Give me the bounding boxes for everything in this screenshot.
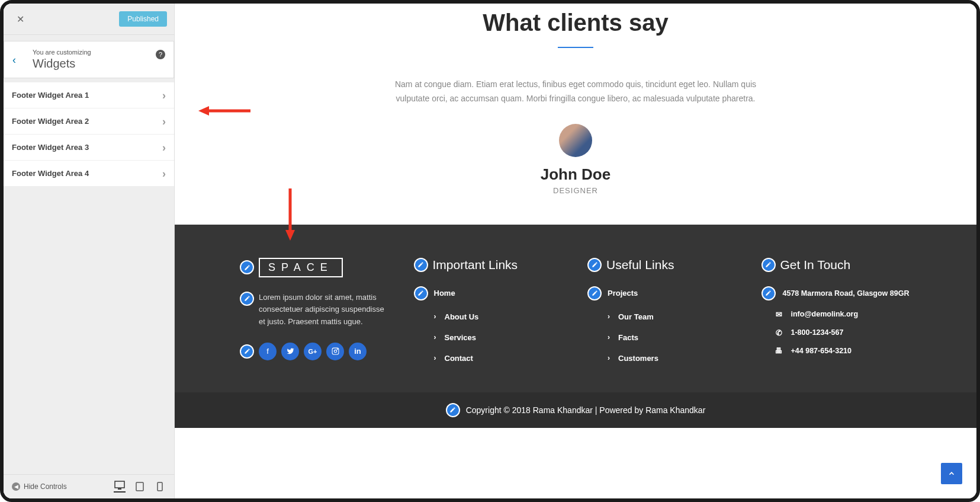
phone-icon: ✆ xyxy=(775,328,784,337)
svg-point-9 xyxy=(334,350,336,353)
chevron-right-icon: › xyxy=(608,354,612,362)
facebook-icon[interactable]: f xyxy=(259,343,277,360)
footer-link-label: Projects xyxy=(608,289,638,298)
envelope-icon: ✉ xyxy=(775,310,784,319)
hide-controls-label: Hide Controls xyxy=(24,482,67,491)
footer-col-about: SPACE Lorem ipsum dolor sit amet, mattis… xyxy=(240,258,390,369)
widget-area-item[interactable]: Footer Widget Area 1 xyxy=(4,82,174,108)
avatar xyxy=(559,124,592,157)
footer-link[interactable]: ›About Us xyxy=(414,306,564,327)
chevron-right-icon: › xyxy=(608,333,612,341)
collapse-icon: ◀ xyxy=(12,482,20,491)
contact-value: 1-800-1234-567 xyxy=(791,328,844,337)
testimonial-heading: What clients say xyxy=(234,9,917,36)
hide-controls-button[interactable]: ◀ Hide Controls xyxy=(12,482,67,491)
edit-widget-icon[interactable] xyxy=(240,344,254,359)
svg-rect-3 xyxy=(158,482,162,491)
svg-marker-7 xyxy=(285,230,295,241)
twitter-icon[interactable] xyxy=(281,343,299,360)
back-icon[interactable]: ‹ xyxy=(12,53,16,66)
contact-email[interactable]: ✉info@demolink.org xyxy=(761,305,912,324)
svg-point-10 xyxy=(337,349,338,350)
panel-title: Widgets xyxy=(33,57,91,71)
widget-area-item[interactable]: Footer Widget Area 4 xyxy=(4,161,174,187)
footer-link-label: Our Team xyxy=(618,312,654,321)
svg-rect-1 xyxy=(118,488,121,490)
svg-rect-0 xyxy=(115,481,124,488)
customizer-sidebar: ✕ Published ‹ You are customizing Widget… xyxy=(4,4,175,498)
edit-widget-icon[interactable] xyxy=(414,286,428,300)
chevron-right-icon: › xyxy=(434,354,439,362)
scroll-top-button[interactable] xyxy=(941,463,962,484)
svg-rect-2 xyxy=(136,482,143,491)
contact-value: info@demolink.org xyxy=(791,310,859,318)
fax-icon: 🖶 xyxy=(775,347,784,355)
footer-link[interactable]: ›Our Team xyxy=(587,306,738,327)
footer-col-title: Get In Touch xyxy=(780,258,851,272)
help-icon[interactable]: ? xyxy=(156,50,165,59)
contact-value: +44 987-654-3210 xyxy=(791,347,852,355)
svg-marker-5 xyxy=(198,106,209,116)
footer-link-label: Contact xyxy=(445,354,473,363)
footer-col-contact: Get In Touch 4578 Marmora Road, Glasgow … xyxy=(761,258,912,369)
preview-pane: What clients say Nam at congue diam. Eti… xyxy=(175,4,976,498)
footer-link[interactable]: ›Services xyxy=(414,327,564,348)
testimonial-text: Nam at congue diam. Etiam erat lectus, f… xyxy=(392,78,759,106)
footer-link[interactable]: ›Customers xyxy=(587,348,738,369)
edit-widget-icon[interactable] xyxy=(240,292,254,306)
footer-link[interactable]: Home xyxy=(414,286,564,306)
footer-col-title: Important Links xyxy=(433,258,518,272)
footer-link-label: About Us xyxy=(445,312,479,321)
footer-col-important-links: Important Links Home ›About Us ›Services… xyxy=(414,258,564,369)
edit-widget-icon[interactable] xyxy=(761,258,776,272)
chevron-right-icon: › xyxy=(434,312,439,321)
contact-address: 4578 Marmora Road, Glasgow 89GR xyxy=(761,286,912,305)
desktop-icon[interactable] xyxy=(114,481,126,493)
footer-link-label: Services xyxy=(445,333,477,342)
edit-widget-icon[interactable] xyxy=(414,258,428,272)
footer-link[interactable]: ›Contact xyxy=(414,348,564,369)
footer-link[interactable]: ›Facts xyxy=(587,327,738,348)
widget-area-list: Footer Widget Area 1 Footer Widget Area … xyxy=(4,82,174,187)
close-icon[interactable]: ✕ xyxy=(11,9,30,28)
published-button[interactable]: Published xyxy=(119,11,167,27)
footer-col-title: Useful Links xyxy=(606,258,674,272)
copyright-text: Copyright © 2018 Rama Khandkar | Powered… xyxy=(466,405,706,415)
testimonial-name: John Doe xyxy=(234,165,917,184)
footer-link-label: Facts xyxy=(618,333,638,342)
contact-fax: 🖶+44 987-654-3210 xyxy=(761,342,912,360)
contact-phone[interactable]: ✆1-800-1234-567 xyxy=(761,324,912,342)
edit-widget-icon[interactable] xyxy=(587,258,602,272)
widget-area-item[interactable]: Footer Widget Area 2 xyxy=(4,108,174,135)
linkedin-icon[interactable]: in xyxy=(349,343,367,360)
edit-widget-icon[interactable] xyxy=(446,403,460,417)
footer-col-useful-links: Useful Links Projects ›Our Team ›Facts ›… xyxy=(587,258,738,369)
testimonial-role: DESIGNER xyxy=(234,186,917,195)
annotation-arrow-horizontal xyxy=(198,102,252,120)
chevron-right-icon: › xyxy=(434,333,439,341)
footer-section: SPACE Lorem ipsum dolor sit amet, mattis… xyxy=(175,225,976,392)
panel-header: ‹ You are customizing Widgets ? xyxy=(4,41,174,78)
annotation-arrow-vertical xyxy=(281,187,299,241)
googleplus-icon[interactable]: G+ xyxy=(304,343,322,360)
heading-underline xyxy=(558,47,593,48)
instagram-icon[interactable] xyxy=(326,343,344,360)
footer-link[interactable]: Projects xyxy=(587,286,738,306)
footer-link-label: Home xyxy=(434,289,455,298)
copyright-bar: Copyright © 2018 Rama Khandkar | Powered… xyxy=(175,392,976,428)
sidebar-topbar: ✕ Published xyxy=(4,4,174,35)
edit-widget-icon[interactable] xyxy=(587,286,602,300)
contact-value: 4578 Marmora Road, Glasgow 89GR xyxy=(783,289,910,298)
edit-widget-icon[interactable] xyxy=(240,260,254,274)
device-switcher xyxy=(114,481,166,493)
tablet-icon[interactable] xyxy=(134,481,146,493)
customizing-label: You are customizing xyxy=(33,49,91,56)
edit-widget-icon[interactable] xyxy=(761,286,776,300)
footer-about-text: Lorem ipsum dolor sit amet, mattis conse… xyxy=(259,292,390,328)
sidebar-footer: ◀ Hide Controls xyxy=(4,474,174,498)
footer-link-label: Customers xyxy=(618,354,658,363)
mobile-icon[interactable] xyxy=(154,481,166,493)
widget-area-item[interactable]: Footer Widget Area 3 xyxy=(4,135,174,161)
footer-logo: SPACE xyxy=(259,258,343,277)
social-icons: f G+ in xyxy=(240,343,390,360)
